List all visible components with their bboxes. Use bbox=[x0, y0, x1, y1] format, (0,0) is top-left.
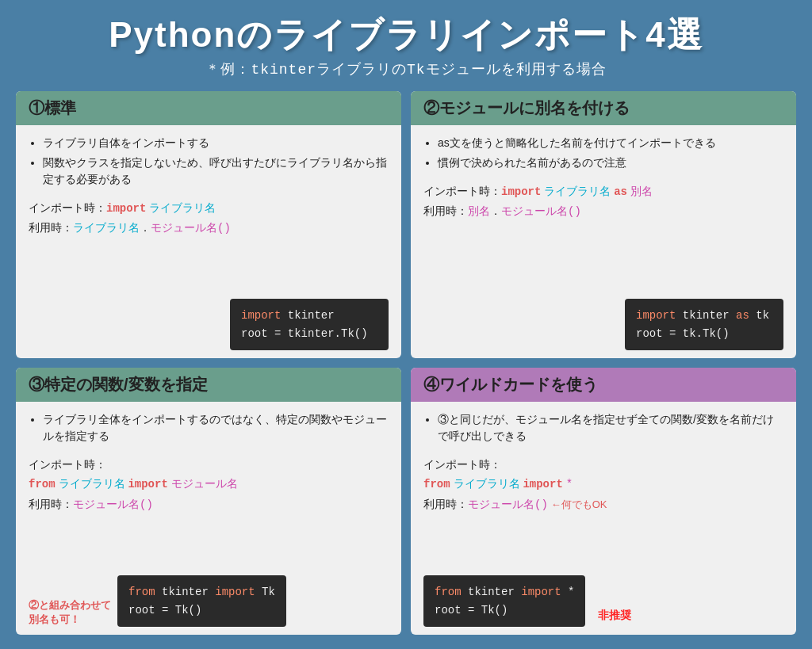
card-wildcard: ④ワイルドカードを使う ③と同じだが、モジュール名を指定せず全ての関数/変数を名… bbox=[411, 368, 796, 635]
card-standard: ①標準 ライブラリ自体をインポートする 関数やクラスを指定しないため、呼び出すた… bbox=[16, 91, 401, 358]
list-item: as文を使うと簡略化した名前を付けてインポートできる bbox=[438, 135, 783, 151]
list-item: ライブラリ自体をインポートする bbox=[43, 135, 389, 151]
code-block-2: import tkinter as tk root = tk.Tk() bbox=[625, 299, 783, 350]
code-block-3: from tkinter import Tk root = Tk() bbox=[117, 575, 286, 627]
card-wildcard-body: ③と同じだが、モジュール名を指定せず全ての関数/変数を名前だけで呼び出しできる … bbox=[411, 402, 796, 635]
import-info-3: インポート時： bbox=[29, 456, 389, 473]
use-info-4: 利用時：モジュール名() ←何でもOK bbox=[423, 495, 783, 513]
use-info-3: 利用時：モジュール名() bbox=[29, 495, 389, 513]
cards-grid: ①標準 ライブラリ自体をインポートする 関数やクラスを指定しないため、呼び出すた… bbox=[16, 91, 796, 635]
card-standard-body: ライブラリ自体をインポートする 関数やクラスを指定しないため、呼び出すたびにライ… bbox=[16, 125, 401, 358]
code-block-4: from tkinter import * root = Tk() bbox=[423, 575, 585, 627]
card-specific: ③特定の関数/変数を指定 ライブラリ全体をインポートするのではなく、特定の関数や… bbox=[16, 368, 401, 635]
card-alias-header: ②モジュールに別名を付ける bbox=[411, 91, 796, 125]
card-specific-body: ライブラリ全体をインポートするのではなく、特定の関数やモジュールを指定する イン… bbox=[16, 402, 401, 635]
list-item: ③と同じだが、モジュール名を指定せず全ての関数/変数を名前だけで呼び出しできる bbox=[438, 411, 783, 445]
subtitle: ＊例：tkinterライブラリのTkモジュールを利用する場合 bbox=[109, 59, 703, 78]
import-info-4: インポート時： bbox=[423, 456, 783, 473]
subtitle-text: ＊例：tkinterライブラリのTkモジュールを利用する場合 bbox=[205, 61, 606, 77]
card-specific-header: ③特定の関数/変数を指定 bbox=[16, 368, 401, 402]
card-wildcard-header: ④ワイルドカードを使う bbox=[411, 368, 796, 402]
page-wrapper: Pythonのライブラリインポート4選 ＊例：tkinterライブラリのTkモジ… bbox=[0, 0, 812, 649]
use-info-1: 利用時：ライブラリ名．モジュール名() bbox=[29, 219, 389, 237]
import-code-3: from ライブラリ名 import モジュール名 bbox=[29, 475, 389, 493]
code-block-1: import tkinter root = tkinter.Tk() bbox=[230, 299, 389, 350]
main-title: Pythonのライブラリインポート4選 bbox=[109, 14, 703, 56]
list-item: ライブラリ全体をインポートするのではなく、特定の関数やモジュールを指定する bbox=[43, 411, 389, 445]
card-alias-bullets: as文を使うと簡略化した名前を付けてインポートできる 慣例で決められた名前がある… bbox=[423, 135, 783, 174]
import-info-1: インポート時：import ライブラリ名 bbox=[29, 199, 389, 217]
list-item: 関数やクラスを指定しないため、呼び出すたびにライブラリ名から指定する必要がある bbox=[43, 155, 389, 188]
card-alias: ②モジュールに別名を付ける as文を使うと簡略化した名前を付けてインポートできる… bbox=[411, 91, 796, 358]
card-alias-body: as文を使うと簡略化した名前を付けてインポートできる 慣例で決められた名前がある… bbox=[411, 125, 796, 358]
card-specific-bullets: ライブラリ全体をインポートするのではなく、特定の関数やモジュールを指定する bbox=[29, 411, 389, 448]
import-info-2: インポート時：import ライブラリ名 as 別名 bbox=[423, 182, 783, 200]
card-standard-bullets: ライブラリ自体をインポートする 関数やクラスを指定しないため、呼び出すたびにライ… bbox=[29, 135, 389, 191]
bottom-code-row-4: from tkinter import * root = Tk() 非推奨 bbox=[423, 575, 783, 627]
non-recommended-badge: 非推奨 bbox=[598, 607, 631, 627]
import-code-4: from ライブラリ名 import * bbox=[423, 475, 783, 493]
card-wildcard-bullets: ③と同じだが、モジュール名を指定せず全ての関数/変数を名前だけで呼び出しできる bbox=[423, 411, 783, 448]
list-item: 慣例で決められた名前があるので注意 bbox=[438, 155, 783, 171]
use-info-2: 利用時：別名．モジュール名() bbox=[423, 202, 783, 220]
title-area: Pythonのライブラリインポート4選 ＊例：tkinterライブラリのTkモジ… bbox=[109, 14, 703, 78]
card-standard-header: ①標準 bbox=[16, 91, 401, 125]
note-badge-3: ②と組み合わせて別名も可！ bbox=[29, 598, 111, 627]
bottom-code-row-3: ②と組み合わせて別名も可！ from tkinter import Tk roo… bbox=[29, 575, 389, 627]
